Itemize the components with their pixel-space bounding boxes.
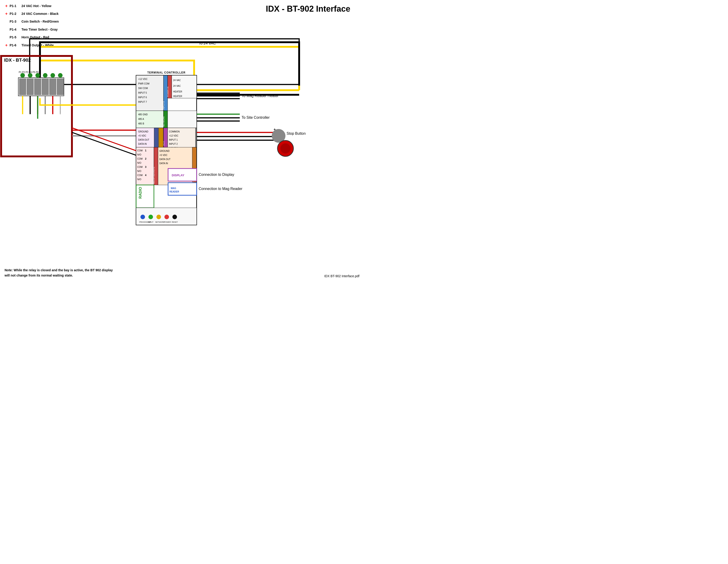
svg-text:3: 3 [145, 166, 146, 168]
svg-text:+12 VDC: +12 VDC [138, 78, 148, 80]
svg-text:AUX: AUX [162, 141, 165, 146]
svg-rect-9 [27, 79, 33, 95]
svg-rect-12 [50, 79, 56, 95]
svg-point-19 [58, 73, 63, 78]
idx-box-label: IDX - BT-902 [4, 58, 31, 63]
svg-rect-99 [168, 169, 197, 181]
pin-desc-p1-1: 24 VAC Hot - Yellow [21, 3, 51, 9]
note-line2: will not change from its normal waiting … [5, 273, 113, 278]
mag-reader-heater-label: To Mag Reader Heater [242, 94, 279, 98]
svg-rect-63 [159, 128, 163, 171]
svg-rect-97 [136, 185, 154, 208]
svg-rect-75 [136, 147, 154, 185]
svg-rect-7 [18, 78, 64, 96]
site-controller-label: To Site Controller [242, 116, 270, 119]
svg-text:-: - [274, 138, 275, 142]
svg-text:+12 VDC: +12 VDC [169, 134, 178, 137]
svg-rect-91 [192, 147, 196, 185]
pin-name-p1-2: P1-2 [10, 11, 20, 17]
svg-text:INPUT 2: INPUT 2 [169, 143, 178, 145]
stop-button-label: Stop Button [287, 132, 306, 135]
pin-desc-p1-2: 24 VAC Common - Black [21, 11, 58, 17]
svg-text:24 VAC: 24 VAC [173, 85, 181, 87]
svg-rect-56 [136, 128, 164, 147]
note-line1: Note: While the relay is closed and the … [5, 268, 113, 273]
svg-text:N/O: N/O [137, 153, 141, 156]
svg-point-107 [156, 215, 161, 219]
pin-desc-p1-6: Timed Output - White [21, 42, 54, 48]
to-24vac-label: To 24 VAC [199, 41, 216, 45]
svg-text:SW COM: SW COM [138, 87, 148, 90]
svg-point-15 [28, 73, 32, 78]
svg-rect-11 [42, 79, 48, 95]
svg-point-126 [272, 129, 285, 143]
svg-text:+: + [274, 127, 276, 131]
svg-text:RELAY OUTPUTS: RELAY OUTPUTS [153, 167, 155, 184]
svg-text:COM: COM [137, 149, 142, 152]
svg-text:COMMON: COMMON [169, 130, 180, 133]
svg-text:INPUT 5: INPUT 5 [138, 92, 147, 94]
svg-rect-42 [168, 75, 172, 98]
svg-text:INPUT 1: INPUT 1 [169, 139, 178, 141]
svg-text:BC READER: BC READER [191, 172, 194, 184]
svg-rect-33 [136, 75, 164, 111]
pin-row-p1-1: + P1-1 24 VAC Hot - Yellow [5, 2, 59, 10]
svg-text:PROCESSOR: PROCESSOR [139, 221, 151, 223]
svg-point-18 [50, 73, 55, 78]
svg-text:WashCard: WashCard [158, 161, 160, 170]
svg-text:1: 1 [145, 149, 146, 152]
svg-rect-90 [158, 147, 197, 185]
svg-point-106 [148, 215, 153, 219]
svg-text:HEATER: HEATER [173, 90, 182, 93]
connection-mag-reader-label: Connection to Mag Reader [199, 187, 243, 191]
svg-text:MAG: MAG [171, 187, 176, 190]
svg-text:POWERED: POWERED [153, 158, 155, 169]
svg-text:INPUT 7: INPUT 7 [138, 101, 147, 103]
pin-desc-p1-3: Coin Switch - Red/Green [21, 19, 59, 24]
svg-line-131 [72, 132, 136, 155]
svg-text:DATA OUT: DATA OUT [159, 158, 171, 161]
svg-text:INPUT: INPUT [148, 221, 153, 223]
svg-rect-67 [168, 128, 197, 171]
svg-text:POWER IN: POWER IN [167, 87, 169, 97]
pin-name-p1-1: P1-1 [10, 3, 20, 9]
svg-point-16 [35, 73, 40, 78]
svg-text:P1  P2  P3  P4  P5  P6: P1 P2 P3 P4 P5 P6 [19, 71, 39, 74]
plus-icon-p1-1: + [5, 2, 8, 10]
svg-rect-49 [136, 111, 164, 128]
svg-rect-55 [168, 111, 197, 128]
svg-rect-88 [154, 147, 158, 185]
plus-icon-p1-5: + [5, 34, 8, 41]
plus-icon-p1-6: + [5, 42, 8, 49]
svg-rect-40 [164, 75, 168, 111]
page-title: IDX - BT-902 Interface [266, 4, 350, 14]
svg-text:POWER: POWER [164, 221, 171, 223]
pin-row-p1-4: + P1-4 Two Timer Select - Gray [5, 26, 59, 33]
svg-text:4: 4 [145, 174, 147, 177]
svg-text:485 A: 485 A [138, 118, 144, 120]
svg-point-17 [43, 73, 47, 78]
svg-rect-65 [154, 128, 158, 171]
svg-text:N/O: N/O [137, 162, 141, 164]
svg-point-129 [280, 143, 290, 153]
svg-text:TERMINAL CONTROLLER: TERMINAL CONTROLLER [147, 71, 185, 74]
pin-desc-p1-5: Horn Output - Red [21, 34, 49, 40]
svg-text:GROUND: GROUND [159, 150, 169, 152]
svg-point-14 [20, 73, 25, 78]
svg-text:RADIO: RADIO [138, 187, 142, 199]
svg-text:PWR COM: PWR COM [138, 82, 149, 85]
svg-text:READER: READER [169, 190, 179, 193]
svg-text:+5 VDC: +5 VDC [159, 154, 167, 156]
svg-rect-104 [136, 208, 197, 225]
pin-row-p1-5: + P1-5 Horn Output - Red [5, 34, 59, 41]
connection-display-label: Connection to Display [199, 173, 234, 177]
svg-rect-0 [30, 39, 299, 84]
svg-text:N/O: N/O [137, 178, 141, 181]
plus-icon-p1-3: + [5, 18, 8, 25]
svg-text:+5 VDC: +5 VDC [138, 134, 146, 137]
svg-line-130 [72, 128, 136, 151]
svg-text:DATA IN: DATA IN [159, 162, 168, 165]
svg-rect-10 [34, 79, 41, 95]
svg-text:HEATER: HEATER [173, 95, 182, 98]
plus-icon-p1-4: + [5, 26, 8, 33]
